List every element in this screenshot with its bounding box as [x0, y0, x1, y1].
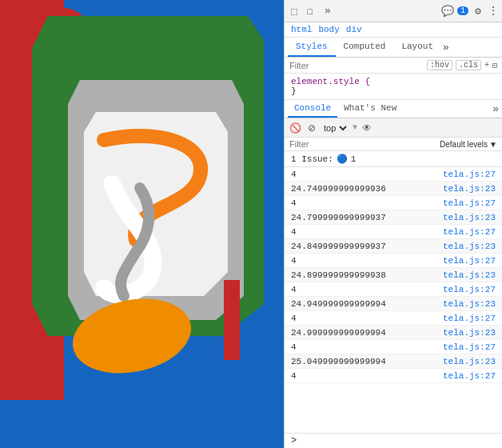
more-menu-icon[interactable]: ⋮: [488, 4, 499, 18]
log-value: 4: [291, 170, 297, 179]
log-value: 24.949999999999994: [291, 299, 386, 309]
log-source[interactable]: tela.js:23: [443, 270, 496, 280]
console-bottom: >: [285, 433, 502, 448]
issues-icon: 🔵: [337, 154, 348, 164]
console-filter-input[interactable]: [289, 139, 436, 149]
log-source[interactable]: tela.js:27: [443, 227, 496, 237]
breadcrumb-body[interactable]: body: [318, 25, 339, 34]
sidebar-toggle-icon[interactable]: ⊡: [492, 61, 497, 70]
log-value: 24.799999999999937: [291, 213, 386, 222]
log-row: 24.949999999999994tela.js:23: [285, 297, 502, 311]
tab-layout[interactable]: Layout: [393, 38, 441, 57]
styles-content: element.style { }: [285, 74, 502, 100]
log-row: 24.999999999999994tela.js:23: [285, 326, 502, 340]
log-value: 24.849999999999937: [291, 242, 386, 251]
log-source[interactable]: tela.js:23: [443, 357, 496, 366]
add-style-icon[interactable]: +: [484, 61, 489, 70]
log-value: 4: [291, 342, 297, 352]
log-source[interactable]: tela.js:23: [443, 328, 496, 338]
main-canvas: [0, 0, 284, 448]
log-source[interactable]: tela.js:23: [443, 184, 496, 194]
log-value: 4: [291, 314, 297, 323]
log-row: 4tela.js:27: [285, 167, 502, 182]
style-close: }: [291, 86, 496, 96]
style-tabs-more[interactable]: »: [443, 42, 449, 54]
settings-icon[interactable]: ⚙: [472, 5, 484, 18]
log-value: 24.999999999999994: [291, 328, 386, 338]
console-badge: 1: [457, 6, 468, 15]
console-tabs-more[interactable]: »: [492, 103, 499, 115]
hov-button[interactable]: :hov: [427, 60, 452, 70]
log-row: 4tela.js:27: [285, 225, 502, 239]
log-value: 4: [291, 285, 297, 294]
log-source[interactable]: tela.js:27: [443, 198, 496, 208]
log-source[interactable]: tela.js:23: [443, 242, 496, 251]
eye-icon[interactable]: 👁: [361, 122, 373, 134]
levels-button[interactable]: Default levels ▼: [440, 140, 497, 149]
breadcrumb: html body div: [285, 22, 502, 38]
log-source[interactable]: tela.js:27: [443, 285, 496, 294]
log-value: 4: [291, 256, 297, 266]
log-value: 4: [291, 198, 297, 208]
log-source[interactable]: tela.js:27: [443, 371, 496, 381]
devtools-panel: ⬚ ☐ » 💬 1 ⚙ ⋮ html body div Styles Compu…: [284, 0, 502, 448]
levels-dropdown-icon: ▼: [489, 140, 497, 149]
log-source[interactable]: tela.js:23: [443, 213, 496, 222]
log-source[interactable]: tela.js:23: [443, 299, 496, 309]
log-source[interactable]: tela.js:27: [443, 256, 496, 266]
tab-styles[interactable]: Styles: [288, 38, 336, 57]
log-value: 24.899999999999938: [291, 270, 386, 280]
log-value: 4: [291, 227, 297, 237]
log-row: 24.899999999999938tela.js:23: [285, 268, 502, 282]
console-toolbar: 🚫 ⊘ top ▼ 👁: [285, 118, 502, 138]
log-value: 25.049999999999994: [291, 357, 386, 366]
log-row: 24.849999999999937tela.js:23: [285, 239, 502, 254]
style-tabs: Styles Computed Layout »: [285, 38, 502, 58]
devtools-toolbar: ⬚ ☐ » 💬 1 ⚙ ⋮: [285, 0, 502, 22]
issues-label: 1 Issue:: [291, 154, 333, 164]
breadcrumb-div[interactable]: div: [346, 25, 362, 34]
log-row: 25.049999999999994tela.js:23: [285, 354, 502, 369]
log-row: 4tela.js:27: [285, 369, 502, 383]
tab-console[interactable]: Console: [288, 100, 337, 118]
inspect-icon[interactable]: ⬚: [288, 5, 301, 18]
clear-console-button[interactable]: 🚫: [288, 122, 303, 134]
console-tabs: Console What's New »: [285, 100, 502, 118]
device-icon[interactable]: ☐: [304, 5, 317, 18]
console-filter-row: Default levels ▼: [285, 138, 502, 151]
breadcrumb-html[interactable]: html: [291, 25, 312, 34]
log-row: 4tela.js:27: [285, 282, 502, 297]
log-row: 24.749999999999936tela.js:23: [285, 182, 502, 196]
log-row: 4tela.js:27: [285, 311, 502, 326]
console-prompt-icon: >: [291, 435, 297, 446]
context-selector[interactable]: top: [321, 122, 349, 134]
tab-computed[interactable]: Computed: [336, 38, 394, 57]
console-icon[interactable]: 💬: [441, 5, 454, 18]
block-icon[interactable]: ⊘: [306, 122, 317, 134]
levels-label: Default levels: [440, 140, 488, 149]
console-panel: Console What's New » 🚫 ⊘ top ▼ 👁 Default…: [285, 100, 502, 433]
more-tools-icon[interactable]: »: [321, 5, 334, 18]
styles-filter-row: :hov .cls + ⊡: [285, 58, 502, 74]
log-value: 24.749999999999936: [291, 184, 386, 194]
log-source[interactable]: tela.js:27: [443, 170, 496, 179]
log-source[interactable]: tela.js:27: [443, 342, 496, 352]
log-row: 4tela.js:27: [285, 196, 502, 210]
log-value: 4: [291, 371, 297, 381]
issues-count: 1: [351, 154, 357, 164]
filter-right: :hov .cls + ⊡: [427, 60, 497, 70]
log-row: 4tela.js:27: [285, 254, 502, 268]
issues-banner: 1 Issue: 🔵 1: [285, 151, 502, 167]
console-logs: 4tela.js:2724.749999999999936tela.js:234…: [285, 167, 502, 433]
log-source[interactable]: tela.js:27: [443, 314, 496, 323]
log-row: 24.799999999999937tela.js:23: [285, 210, 502, 225]
styles-filter-input[interactable]: [289, 61, 424, 70]
canvas-area: (function() { const canvas = document.ge…: [0, 0, 284, 448]
cls-button[interactable]: .cls: [456, 60, 481, 70]
tab-whats-new[interactable]: What's New: [337, 100, 403, 118]
style-selector: element.style {: [291, 77, 496, 86]
log-row: 4tela.js:27: [285, 340, 502, 354]
